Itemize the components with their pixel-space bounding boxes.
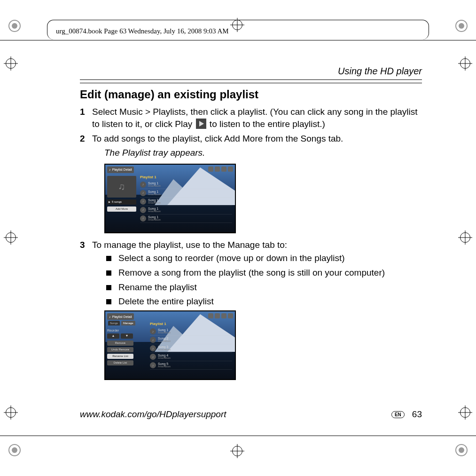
screenshot-playlist-manage: ♪ Playlist Detail Songs Manage Reorde [104, 310, 236, 380]
breadcrumb: ♪ Playlist Detail [107, 313, 134, 320]
song-icon: ♪ [140, 190, 146, 196]
registration-mark-icon [4, 56, 18, 71]
song-list: ♪Song 1Artist/Album ♪Song 1Artist/Album … [140, 181, 232, 223]
page-content: Using the HD player Edit (manage) an exi… [80, 66, 422, 420]
delete-list-button[interactable]: Delete List [107, 360, 133, 365]
breadcrumb: ♪ Playlist Detail [107, 167, 134, 173]
song-icon: ♪ [140, 182, 146, 188]
crop-line [0, 436, 476, 436]
bullet-rename: Rename the playlist [106, 282, 422, 294]
bullet-remove: Remove a song from the playlist (the son… [106, 267, 422, 279]
screenshot-playlist-songs: ♪ Playlist Detail ♫ 5 songs Add More P [104, 164, 236, 233]
page-footer: www.kodak.com/go/HDplayersupport EN 63 [80, 409, 422, 420]
settings-icon [228, 167, 233, 172]
song-icon: ♪ [140, 215, 146, 222]
photos-icon [208, 313, 213, 318]
manage-bullets: Select a song to reorder (move up or dow… [92, 253, 422, 308]
song-icon: ♪ [150, 337, 156, 343]
step-2-note: The Playlist tray appears. [104, 147, 422, 159]
page-number: 63 [412, 409, 422, 420]
song-count: 5 songs [107, 199, 136, 205]
playlist-thumbnail: ♫ [107, 176, 136, 198]
registration-mark-icon [4, 405, 18, 420]
registration-mark-icon [230, 444, 244, 458]
language-badge: EN [391, 411, 405, 418]
remove-button[interactable]: Remove [107, 341, 133, 346]
reorder-label: Reorder [107, 328, 136, 333]
undo-remove-button[interactable]: Undo Remove [107, 347, 133, 352]
list-item[interactable]: ♪Song 1Artist/Album [140, 198, 232, 206]
breadcrumb-text: Playlist Detail [112, 315, 132, 319]
crop-mark-icon [8, 444, 21, 456]
photos-icon [208, 167, 213, 172]
song-icon: ♪ [150, 362, 156, 368]
list-item[interactable]: ♪Song 1Artist/Album [140, 206, 232, 214]
bullet-reorder: Select a song to reorder (move up or dow… [106, 253, 422, 264]
footer-url: www.kodak.com/go/HDplayersupport [80, 409, 226, 420]
settings-icon [228, 313, 233, 318]
crop-mark-icon [8, 20, 21, 32]
tab-songs[interactable]: Songs [108, 321, 120, 325]
registration-mark-icon [230, 18, 244, 32]
step-1: Select Music > Playlists, then click a p… [80, 106, 422, 130]
playlist-title: Playlist 1 [140, 175, 156, 180]
page-title: Edit (manage) an existing playlist [80, 88, 422, 101]
step-1-text-b: to listen to the entire playlist.) [207, 119, 325, 129]
tab-manage[interactable]: Manage [121, 321, 135, 325]
move-up-button[interactable]: ▲ [107, 333, 119, 339]
song-icon: ♪ [150, 345, 156, 351]
add-more-button[interactable]: Add More [107, 206, 136, 212]
music-icon [215, 313, 220, 318]
playlist-title: Playlist 1 [150, 322, 166, 327]
breadcrumb-text: Playlist Detail [112, 167, 132, 172]
rename-list-button[interactable]: Rename List [107, 354, 133, 359]
print-draft-header: urg_00874.book Page 63 Wednesday, July 1… [54, 27, 231, 35]
help-icon [221, 313, 226, 318]
music-note-icon: ♪ [109, 167, 111, 172]
song-icon: ♪ [140, 207, 146, 213]
list-item[interactable]: ♪Song 1Artist/Album [140, 214, 232, 223]
section-rule [80, 83, 422, 83]
list-item[interactable]: ♪Song 1Artist/Album [140, 181, 232, 189]
steps-list: Select Music > Playlists, then click a p… [80, 106, 422, 380]
list-item[interactable]: ♪Song 3Artist/Album [150, 344, 232, 353]
registration-mark-icon [4, 230, 18, 245]
song-list: ♪Song 1Artist/Album ♪Song 2Artist/Album … [150, 327, 232, 370]
music-icon [215, 167, 220, 172]
music-note-icon: ♪ [109, 315, 111, 319]
registration-mark-icon [458, 405, 472, 420]
crop-mark-icon [455, 444, 468, 456]
section-heading: Using the HD player [80, 66, 422, 80]
step-3-text: To manage the playlist, use to the Manag… [92, 240, 287, 250]
step-2-text: To add songs to the playlist, click Add … [92, 134, 343, 143]
list-item[interactable]: ♪Song 4Artist/Album [150, 353, 232, 361]
crop-line [0, 40, 476, 40]
step-2: To add songs to the playlist, click Add … [80, 133, 422, 233]
registration-mark-icon [458, 56, 472, 71]
crop-mark-icon [455, 20, 468, 32]
help-icon [221, 167, 226, 172]
registration-mark-icon [458, 230, 472, 245]
song-icon: ♪ [150, 328, 156, 334]
list-item[interactable]: ♪Song 1Artist/Album [140, 189, 232, 198]
play-icon [196, 119, 206, 129]
step-3: To manage the playlist, use to the Manag… [80, 239, 422, 380]
list-item[interactable]: ♪Song 5Artist/Album [150, 361, 232, 370]
list-item[interactable]: ♪Song 2Artist/Album [150, 336, 232, 344]
song-icon: ♪ [140, 198, 146, 205]
list-item[interactable]: ♪Song 1Artist/Album [150, 327, 232, 336]
move-down-button[interactable]: ▼ [121, 333, 133, 339]
bullet-delete: Delete the entire playlist [106, 296, 422, 308]
song-icon: ♪ [150, 354, 156, 360]
